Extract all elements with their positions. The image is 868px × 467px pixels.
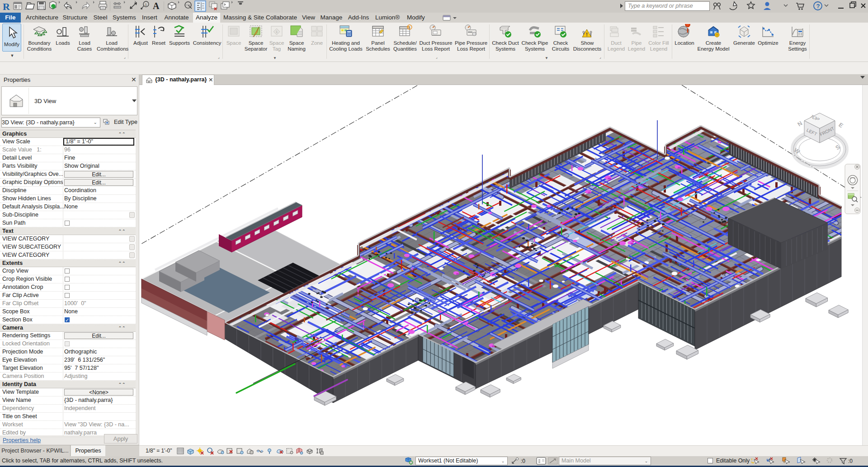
svg-text::0: :0 [848,458,853,464]
svg-text:1: 1 [276,30,278,34]
svg-text:R: R [3,1,10,12]
svg-text:N: N [796,120,803,128]
svg-text::0: :0 [521,458,525,464]
svg-text:1: 1 [145,3,147,7]
svg-text:!: ! [586,32,588,37]
svg-text:?: ? [816,3,820,9]
svg-text:A: A [153,1,160,11]
svg-text:E: E [837,121,844,129]
